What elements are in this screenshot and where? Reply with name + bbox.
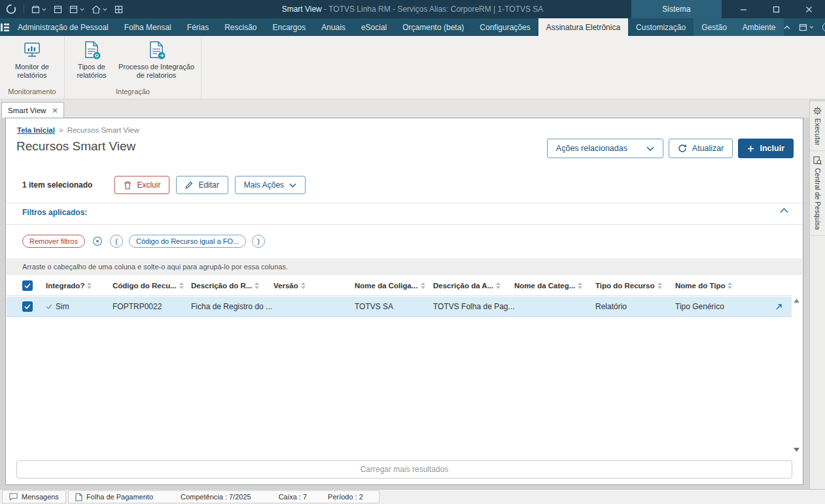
quick-access-cube-icon[interactable] bbox=[31, 5, 46, 14]
column-header-descricao[interactable]: Descrição do R... bbox=[191, 282, 273, 290]
cell-integrado: Sim bbox=[46, 302, 113, 311]
more-actions-label: Mais Ações bbox=[244, 180, 284, 190]
ribbon-item-label: Processo de Integração de relatorios bbox=[118, 63, 195, 80]
rail-label: Executar bbox=[814, 118, 822, 145]
rail-item-central-de-pesquisa[interactable]: Central de Pesquisa bbox=[810, 151, 825, 236]
column-header-integrado[interactable]: Integrado? bbox=[46, 282, 113, 290]
tab-close-icon[interactable] bbox=[52, 108, 58, 113]
rail-item-executar[interactable]: Executar bbox=[810, 101, 825, 151]
home-icon[interactable] bbox=[92, 5, 107, 14]
remove-filters-button[interactable]: Remover filtros bbox=[22, 235, 85, 248]
window-layout-icon[interactable] bbox=[799, 24, 814, 31]
row-checkbox[interactable] bbox=[22, 301, 33, 312]
workspace: Tela Inicial > Recursos Smart View Recur… bbox=[0, 118, 809, 489]
menu-item-customizacao[interactable]: Customização bbox=[628, 18, 693, 36]
delete-button[interactable]: Excluir bbox=[114, 176, 169, 194]
filter-chip[interactable]: Código do Recurso igual a FO... bbox=[129, 235, 246, 248]
open-parenthesis-button[interactable]: ( bbox=[110, 235, 123, 248]
column-header-descricao-app[interactable]: Descrição da A... bbox=[433, 282, 514, 290]
minimize-button[interactable] bbox=[727, 0, 760, 18]
collapse-filters-icon[interactable] bbox=[780, 208, 788, 213]
ribbon-group-label: Monitoramento bbox=[0, 86, 64, 99]
app-menu-icon[interactable] bbox=[0, 18, 10, 36]
related-actions-dropdown[interactable]: Ações relacionadas bbox=[547, 139, 663, 158]
ribbon: Monitor de relatórios Monitoramento Tipo… bbox=[0, 36, 825, 99]
more-actions-dropdown[interactable]: Mais Ações bbox=[235, 176, 306, 194]
right-rail: Executar Central de Pesquisa bbox=[809, 101, 825, 489]
menu-item-assinatura-eletronica[interactable]: Assinatura Eletrônica bbox=[538, 18, 628, 36]
close-parenthesis-button[interactable]: ) bbox=[252, 235, 265, 248]
chevron-down-icon bbox=[646, 146, 654, 151]
speech-bubble-icon bbox=[9, 493, 18, 501]
sort-icon bbox=[179, 282, 184, 289]
column-header-versao[interactable]: Versão bbox=[273, 282, 355, 290]
menu-item-administracao-de-pessoal[interactable]: Administração de Pessoal bbox=[10, 18, 116, 36]
window-icon[interactable] bbox=[54, 5, 62, 14]
select-all-checkbox[interactable] bbox=[22, 280, 33, 291]
help-icon[interactable] bbox=[822, 22, 825, 32]
column-header-nome-tipo[interactable]: Nome do Tipo bbox=[675, 282, 754, 290]
status-bar: Mensagens Folha de Pagamento Competência… bbox=[0, 489, 825, 504]
tab-label: Smart View bbox=[8, 107, 46, 114]
menu-item-anuais[interactable]: Anuais bbox=[313, 18, 353, 36]
filter-options-icon[interactable] bbox=[91, 235, 104, 248]
open-record-icon[interactable] bbox=[775, 303, 782, 311]
ribbon-tab-bar: Administração de Pessoal Folha Mensal Fé… bbox=[0, 18, 825, 36]
menu-item-ambiente[interactable]: Ambiente bbox=[735, 18, 784, 36]
menu-item-configuracoes[interactable]: Configurações bbox=[472, 18, 538, 36]
scroll-down-icon[interactable] bbox=[794, 448, 799, 452]
ribbon-item-processo-integracao-relatorios[interactable]: Processo de Integração de relatorios bbox=[115, 41, 198, 80]
cell-coligada: TOTVS SA bbox=[355, 302, 433, 311]
refresh-button[interactable]: Atualizar bbox=[669, 139, 733, 158]
tab-smart-view[interactable]: Smart View bbox=[1, 102, 64, 118]
app-logo-icon bbox=[6, 4, 16, 14]
close-button[interactable] bbox=[792, 0, 825, 18]
grid-icon[interactable] bbox=[114, 5, 123, 14]
column-header-coligada[interactable]: Nome da Coliga... bbox=[355, 282, 433, 290]
window-title: Smart View - TOTVS Linha RM - Serviços A… bbox=[282, 5, 544, 14]
edit-button[interactable]: Editar bbox=[176, 176, 228, 194]
messages-button[interactable]: Mensagens bbox=[2, 490, 66, 503]
cell-tipo-recurso: Relatório bbox=[595, 302, 675, 311]
menu-item-gestao[interactable]: Gestão bbox=[693, 18, 735, 36]
divider bbox=[24, 5, 24, 14]
cell-nome-tipo: Tipo Genérico bbox=[675, 302, 754, 311]
ribbon-item-tipos-de-relatorios[interactable]: Tipos de relatórios bbox=[68, 41, 115, 80]
column-header-codigo[interactable]: Código do Recu... bbox=[113, 282, 191, 290]
load-more-button[interactable]: Carregar mais resultados bbox=[16, 460, 792, 479]
table-scrollbar[interactable] bbox=[792, 297, 801, 454]
cell-descricao: Ficha de Registro do ... bbox=[191, 302, 273, 311]
divider bbox=[6, 224, 803, 225]
menu-item-folha-mensal[interactable]: Folha Mensal bbox=[116, 18, 179, 36]
breadcrumb-home-link[interactable]: Tela Inicial bbox=[17, 126, 55, 134]
menu-item-esocial[interactable]: eSocial bbox=[353, 18, 395, 36]
breadcrumb-separator: > bbox=[59, 126, 63, 134]
cell-descricao-app: TOTVS Folha de Pag... bbox=[433, 302, 514, 311]
table-row[interactable]: Sim FOPTRP0022 Ficha de Registro do ... … bbox=[7, 297, 792, 317]
cell-codigo: FOPTRP0022 bbox=[113, 302, 191, 311]
column-header-tipo-recurso[interactable]: Tipo do Recurso bbox=[595, 282, 675, 290]
edit-label: Editar bbox=[198, 180, 219, 190]
plus-icon bbox=[747, 145, 754, 152]
column-header-categoria[interactable]: Nome da Categ... bbox=[514, 282, 595, 290]
collapse-ribbon-icon[interactable] bbox=[784, 25, 790, 29]
menu-item-rescisao[interactable]: Rescisão bbox=[217, 18, 264, 36]
title-bar: Smart View - TOTVS Linha RM - Serviços A… bbox=[0, 0, 825, 18]
ribbon-group-integracao: Tipos de relatórios Processo de Integraç… bbox=[65, 36, 202, 99]
scroll-up-icon[interactable] bbox=[794, 299, 799, 303]
new-window-icon[interactable] bbox=[69, 5, 84, 14]
caixa-status: Caixa : 7 bbox=[279, 493, 307, 501]
menu-item-encargos[interactable]: Encargos bbox=[265, 18, 314, 36]
menu-item-orcamento-beta[interactable]: Orçamento (beta) bbox=[395, 18, 472, 36]
ribbon-item-monitor-de-relatorios[interactable]: Monitor de relatórios bbox=[3, 41, 61, 80]
page-title: Recursos Smart View bbox=[16, 139, 135, 154]
menu-item-ferias[interactable]: Férias bbox=[179, 18, 217, 36]
include-button[interactable]: Incluir bbox=[738, 139, 794, 158]
ribbon-item-label: Tipos de relatórios bbox=[71, 63, 113, 80]
include-label: Incluir bbox=[760, 144, 784, 153]
divider bbox=[6, 203, 803, 203]
payroll-module-icon bbox=[75, 493, 82, 501]
context-tab-group-sistema: Sistema bbox=[631, 0, 722, 18]
maximize-button[interactable] bbox=[760, 0, 792, 18]
ribbon-group-monitoramento: Monitor de relatórios Monitoramento bbox=[0, 36, 65, 99]
